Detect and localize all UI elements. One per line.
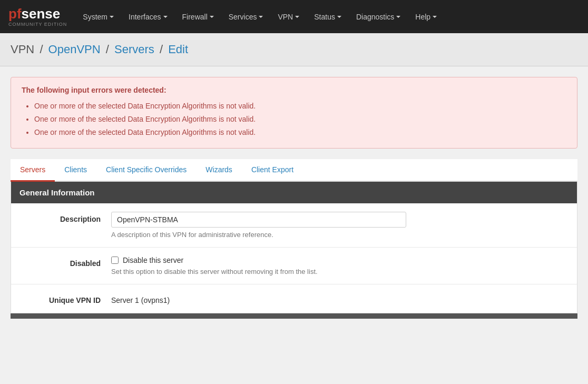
nav-status[interactable]: Status xyxy=(307,0,349,33)
nav-services[interactable]: Services xyxy=(221,0,271,33)
description-control: A description of this VPN for administra… xyxy=(111,212,566,239)
error-item-3: One or more of the selected Data Encrypt… xyxy=(34,126,566,139)
tab-clients[interactable]: Clients xyxy=(55,159,96,182)
nav-system[interactable]: System xyxy=(75,0,121,33)
openvpn-tabs: Servers Clients Client Specific Override… xyxy=(11,159,577,182)
logo-text: pfsense xyxy=(8,7,60,21)
breadcrumb: VPN / OpenVPN / Servers / Edit xyxy=(0,33,588,66)
disabled-help: Set this option to disable this server w… xyxy=(111,268,566,275)
breadcrumb-vpn: VPN xyxy=(11,43,34,56)
chevron-down-icon xyxy=(259,16,263,18)
error-title: The following input errors were detected… xyxy=(22,86,566,94)
chevron-down-icon xyxy=(163,16,168,18)
nav-diagnostics[interactable]: Diagnostics xyxy=(349,0,408,33)
description-input[interactable] xyxy=(111,212,406,228)
nav-vpn[interactable]: VPN xyxy=(270,0,307,33)
chevron-down-icon xyxy=(110,16,114,18)
panel-header: General Information xyxy=(11,182,577,203)
unique-vpn-id-row: Unique VPN ID Server 1 (ovpns1) xyxy=(11,284,577,313)
nav-items: System Interfaces Firewall Services VPN … xyxy=(75,0,588,33)
nav-help[interactable]: Help xyxy=(408,0,444,33)
general-information-panel: General Information Description A descri… xyxy=(11,182,577,313)
nav-interfaces[interactable]: Interfaces xyxy=(121,0,174,33)
page-content: The following input errors were detected… xyxy=(0,66,588,329)
chevron-down-icon xyxy=(295,16,299,18)
breadcrumb-openvpn[interactable]: OpenVPN xyxy=(48,43,101,56)
description-row: Description A description of this VPN fo… xyxy=(11,203,577,248)
chevron-down-icon xyxy=(396,16,400,18)
error-list: One or more of the selected Data Encrypt… xyxy=(22,100,566,140)
main-nav: pfsense COMMUNITY EDITION System Interfa… xyxy=(0,0,588,33)
panel-body: Description A description of this VPN fo… xyxy=(11,203,577,313)
unique-vpn-id-control: Server 1 (ovpns1) xyxy=(111,293,566,304)
nav-firewall[interactable]: Firewall xyxy=(175,0,221,33)
error-item-2: One or more of the selected Data Encrypt… xyxy=(34,113,566,126)
unique-vpn-id-label: Unique VPN ID xyxy=(22,293,111,304)
tab-client-specific-overrides[interactable]: Client Specific Overrides xyxy=(96,159,196,182)
chevron-down-icon xyxy=(337,16,341,18)
error-item-1: One or more of the selected Data Encrypt… xyxy=(34,100,566,113)
breadcrumb-servers[interactable]: Servers xyxy=(114,43,154,56)
chevron-down-icon xyxy=(210,16,214,18)
description-label: Description xyxy=(22,212,111,223)
disabled-checkbox-label: Disable this server xyxy=(123,256,183,264)
error-box: The following input errors were detected… xyxy=(11,77,577,149)
logo-edition: COMMUNITY EDITION xyxy=(8,22,67,27)
logo: pfsense COMMUNITY EDITION xyxy=(0,0,75,33)
unique-vpn-id-value: Server 1 (ovpns1) xyxy=(111,293,566,304)
disabled-label: Disabled xyxy=(22,256,111,268)
chevron-down-icon xyxy=(433,16,437,18)
tab-wizards[interactable]: Wizards xyxy=(196,159,242,182)
breadcrumb-edit[interactable]: Edit xyxy=(168,43,188,56)
tab-servers[interactable]: Servers xyxy=(11,159,55,182)
disabled-control: Disable this server Set this option to d… xyxy=(111,256,566,275)
tab-client-export[interactable]: Client Export xyxy=(242,159,303,182)
disabled-checkbox[interactable] xyxy=(111,257,119,264)
mode-configuration-section xyxy=(11,313,577,319)
disabled-row: Disabled Disable this server Set this op… xyxy=(11,248,577,284)
description-help: A description of this VPN for administra… xyxy=(111,231,566,239)
